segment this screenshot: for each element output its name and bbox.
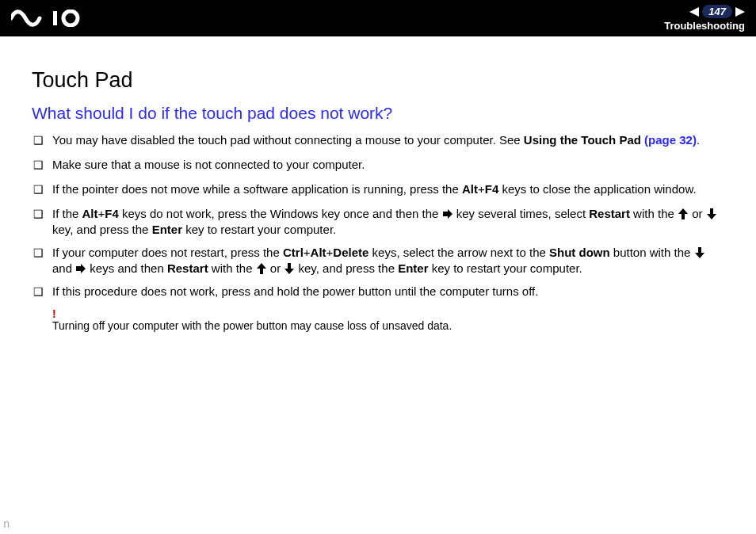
text-run: Make sure that a mouse is not connected … [52, 158, 365, 171]
header-bar: 147 Troubleshooting [0, 0, 756, 36]
page-content: Touch Pad What should I do if the touch … [0, 36, 756, 332]
bold-text: Ctrl [283, 246, 304, 259]
text-run: key several times, select [453, 207, 590, 220]
text-run: key to restart your computer. [182, 223, 336, 236]
bold-text: Restart [167, 261, 208, 275]
text-run: If your computer does not restart, press… [52, 246, 283, 259]
svg-marker-2 [689, 7, 699, 17]
bold-text: Alt [462, 182, 478, 196]
bullet-icon: ❑ [33, 132, 52, 149]
warning-icon: ! [52, 308, 724, 319]
svg-marker-4 [443, 209, 452, 219]
svg-marker-7 [695, 247, 704, 258]
list-item-text: If this procedure does not work, press a… [52, 284, 724, 299]
page-number-badge: 147 [702, 5, 732, 18]
header-right: 147 Troubleshooting [664, 0, 745, 36]
text-run: with the [630, 207, 678, 220]
warning-block: ! Turning off your computer with the pow… [52, 308, 724, 332]
bold-text: Shut down [549, 246, 610, 259]
list-item: ❑If this procedure does not work, press … [33, 284, 724, 300]
vaio-logo [11, 10, 87, 27]
bold-text: Alt [82, 207, 98, 220]
text-run: keys, select the arrow next to the [368, 246, 549, 259]
prev-page-arrow-icon[interactable] [689, 7, 699, 17]
down-arrow-icon [284, 263, 294, 274]
warning-text: Turning off your computer with the power… [52, 319, 724, 332]
svg-marker-9 [257, 263, 266, 274]
bullet-icon: ❑ [33, 284, 52, 300]
bold-text: Using the Touch Pad [524, 133, 644, 147]
bold-text: Enter [398, 261, 428, 275]
right-arrow-icon [76, 263, 86, 274]
bold-text: F4 [105, 207, 119, 220]
list-item: ❑Make sure that a mouse is not connected… [33, 157, 724, 174]
svg-point-1 [63, 11, 78, 25]
list-item-text: If the Alt+F4 keys do not work, press th… [52, 206, 724, 237]
list-item-text: You may have disabled the touch pad with… [52, 132, 724, 148]
text-run: button with the [610, 246, 694, 259]
list-item-text: If the pointer does not move while a sof… [52, 181, 724, 197]
text-run: + [98, 207, 105, 220]
svg-marker-10 [284, 263, 294, 274]
svg-marker-8 [76, 264, 86, 273]
section-label: Troubleshooting [664, 20, 745, 32]
bold-text: Restart [589, 207, 630, 220]
text-run: or [689, 207, 706, 220]
page-subtitle: What should I do if the touch pad does n… [32, 104, 724, 123]
bullet-icon: ❑ [33, 181, 52, 198]
down-arrow-icon [695, 247, 704, 258]
list-item-text: Make sure that a mouse is not connected … [52, 157, 724, 173]
bullet-icon: ❑ [33, 245, 52, 261]
text-run: If the pointer does not move while a sof… [52, 182, 462, 196]
bold-text: Alt [311, 246, 326, 259]
text-run: or [267, 261, 284, 275]
text-run: + [478, 182, 485, 196]
text-run: keys and then [86, 261, 167, 275]
text-run: with the [208, 261, 256, 275]
list-item: ❑If the pointer does not move while a so… [33, 181, 724, 198]
text-run: keys do not work, press the Windows key … [119, 207, 442, 220]
svg-marker-3 [735, 7, 745, 17]
text-run: + [304, 246, 311, 259]
page-link[interactable]: (page 32) [644, 133, 697, 147]
text-run: key, and press the [295, 261, 398, 275]
up-arrow-icon [257, 263, 266, 274]
svg-marker-6 [707, 208, 716, 219]
down-arrow-icon [707, 208, 716, 219]
bold-text: Enter [152, 223, 182, 236]
list-item: ❑If your computer does not restart, pres… [33, 245, 724, 276]
page-nav: 147 [689, 5, 745, 18]
list-item: ❑You may have disabled the touch pad wit… [33, 132, 724, 149]
bold-text: F4 [485, 182, 499, 196]
text-run: keys to close the application window. [498, 182, 696, 196]
right-arrow-icon [443, 208, 452, 219]
bullet-icon: ❑ [33, 157, 52, 174]
text-run: . [697, 133, 700, 147]
list-item: ❑If the Alt+F4 keys do not work, press t… [33, 206, 724, 237]
text-run: key to restart your computer. [428, 261, 582, 275]
svg-rect-0 [53, 11, 57, 25]
svg-marker-5 [678, 208, 688, 219]
text-run: key, and press the [52, 223, 152, 236]
text-run: and [52, 261, 75, 275]
corner-marker: n [3, 518, 10, 531]
list-item-text: If your computer does not restart, press… [52, 245, 724, 276]
text-run: If this procedure does not work, press a… [52, 284, 538, 298]
next-page-arrow-icon[interactable] [735, 7, 745, 17]
text-run: If the [52, 207, 82, 220]
bold-text: Delete [333, 246, 368, 259]
text-run: You may have disabled the touch pad with… [52, 133, 524, 147]
bullet-icon: ❑ [33, 206, 52, 223]
instruction-list: ❑You may have disabled the touch pad wit… [32, 132, 724, 300]
up-arrow-icon [678, 208, 688, 219]
page-title: Touch Pad [32, 68, 724, 93]
